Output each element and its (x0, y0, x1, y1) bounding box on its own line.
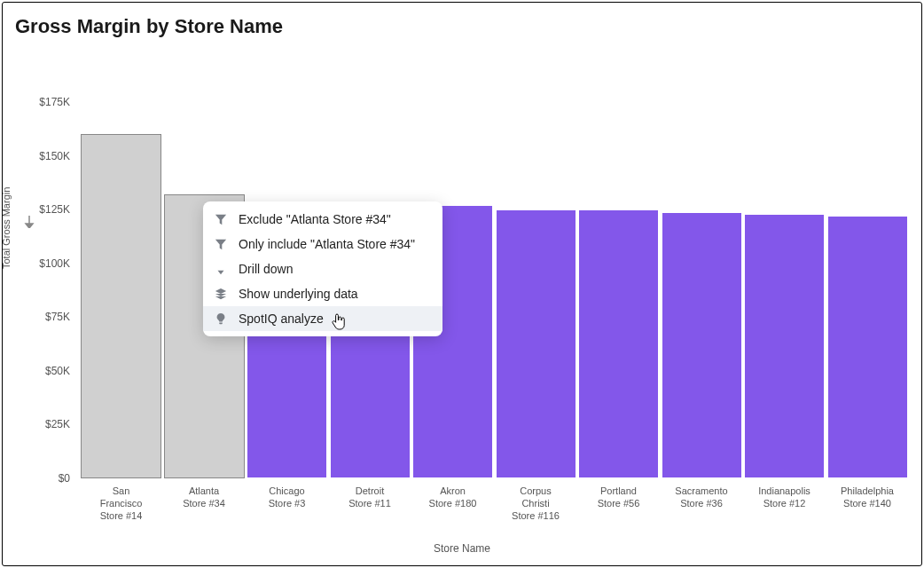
filter-icon (214, 237, 228, 251)
y-tick-label: $75K (8, 311, 70, 323)
x-tick-label: Corpus Christi Store #116 (495, 485, 577, 522)
context-menu-item[interactable]: SpotIQ analyze (203, 306, 442, 331)
x-tick-label: Philadelphia Store #140 (826, 485, 909, 510)
context-menu-item[interactable]: Only include "Atlanta Store #34" (203, 232, 442, 256)
bar[interactable] (744, 214, 825, 478)
y-tick-label: $50K (8, 365, 70, 377)
bar[interactable] (827, 216, 908, 478)
context-menu[interactable]: Exclude "Atlanta Store #34"Only include … (203, 201, 442, 336)
layers-icon (214, 287, 228, 301)
context-menu-item[interactable]: Show underlying data (203, 281, 442, 306)
chart-frame: Gross Margin by Store Name Total Gross M… (2, 2, 922, 566)
y-tick-label: $100K (8, 257, 70, 270)
x-tick-label: Akron Store #180 (411, 485, 494, 510)
sort-descending-icon[interactable] (24, 216, 35, 231)
context-menu-item-label: Only include "Atlanta Store #34" (239, 237, 415, 251)
x-axis-title: Store Name (3, 542, 921, 555)
bar[interactable] (496, 209, 576, 478)
context-menu-item-label: Show underlying data (239, 287, 358, 301)
y-tick-label: $25K (8, 418, 70, 430)
context-menu-item-label: Drill down (239, 262, 293, 276)
context-menu-item-label: Exclude "Atlanta Store #34" (239, 212, 391, 226)
y-tick-label: $175K (8, 96, 70, 108)
context-menu-item-label: SpotIQ analyze (239, 312, 324, 326)
chart-title: Gross Margin by Store Name (15, 15, 283, 38)
context-menu-item[interactable]: Drill down (203, 256, 442, 281)
bar[interactable] (662, 212, 742, 478)
x-tick-label: Chicago Store #3 (246, 485, 328, 510)
context-menu-item[interactable]: Exclude "Atlanta Store #34" (203, 207, 442, 232)
x-tick-label: Portland Store #56 (577, 485, 660, 510)
x-tick-label: Indianapolis Store #12 (743, 485, 826, 510)
drill-down-icon (214, 262, 228, 276)
x-tick-label: Atlanta Store #34 (163, 485, 246, 510)
x-tick-label: Detroit Store #11 (329, 485, 411, 510)
x-tick-label: Sacramento Store #36 (661, 485, 743, 510)
bulb-icon (214, 312, 228, 326)
bar[interactable] (81, 134, 161, 478)
y-tick-label: $125K (8, 203, 70, 216)
filter-icon (214, 212, 228, 226)
y-tick-label: $0 (8, 472, 70, 485)
x-tick-label: San Francisco Store #14 (80, 485, 162, 522)
bar[interactable] (578, 209, 659, 478)
y-tick-label: $150K (8, 150, 70, 162)
